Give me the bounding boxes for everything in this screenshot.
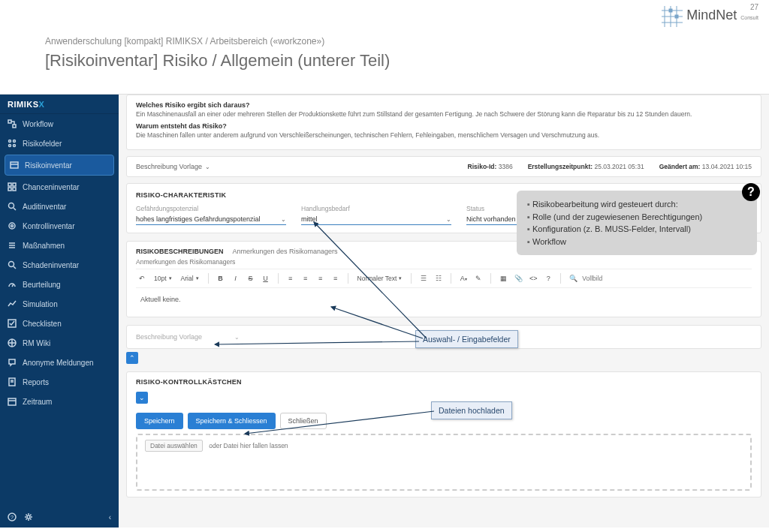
sidebar-item-workflow[interactable]: Workflow [0,114,119,134]
wiki-icon [8,338,17,347]
calendar-icon [8,397,17,406]
svg-rect-19 [13,188,16,191]
underline-button[interactable]: U [260,272,272,284]
slide-header: Anwenderschulung [kompakt] RIMIKSX / Arb… [45,36,390,71]
field-gefaehrdung: Gefährdungspotenzial hohes langfristiges… [136,205,286,225]
sidebar-item-massnahmen[interactable]: Maßnahmen [0,236,119,255]
svg-point-13 [14,145,16,147]
strike-button[interactable]: S [245,272,257,284]
code-button[interactable]: <> [527,272,539,284]
sidebar-item-chanceninventar[interactable]: Chanceninventar [0,177,119,197]
sidebar-item-risikofelder[interactable]: Risikofelder [0,134,119,153]
svg-rect-35 [8,398,16,405]
sidebar-item-simulation[interactable]: Simulation [0,294,119,314]
sidebar: RIMIKSX Workflow Risikofelder Risikoinve… [0,95,119,527]
list-ul-button[interactable]: ☰ [418,272,430,284]
gauge-icon [8,280,17,289]
sidebar-item-rmwiki[interactable]: RM Wiki [0,333,119,353]
svg-point-23 [11,225,14,227]
svg-rect-14 [11,162,18,168]
search-icon[interactable]: 🔍 [567,272,579,284]
file-picker-button[interactable]: Datei auswählen [145,440,203,452]
collapse-toggle-2[interactable]: ⌄ [136,392,148,404]
answer-1: Ein Maschinenausfall an einer oder mehre… [136,110,752,118]
image-button[interactable]: ▦ [497,272,509,284]
chart-icon [8,299,17,308]
collapse-sidebar-icon[interactable]: ‹ [109,513,111,521]
breadcrumb: Anwenderschulung [kompakt] RIMIKSX / Arb… [45,36,390,47]
clear-button[interactable]: ✎ [472,272,484,284]
main-content: Welches Risiko ergibt sich daraus? Ein M… [119,95,769,527]
help-button[interactable]: ? [542,272,554,284]
sidebar-item-anonym[interactable]: Anonyme Meldungen [0,353,119,372]
grid-icon [8,139,17,148]
svg-text:?: ? [11,515,14,520]
svg-point-12 [9,145,11,147]
align-center-button[interactable]: ≡ [300,272,312,284]
collapse-toggle[interactable]: ⌃ [126,352,138,364]
sidebar-item-checklisten[interactable]: Checklisten [0,314,119,333]
meta-row: Beschreibung Vorlage ⌄ Risiko-Id: 3386 E… [126,156,761,177]
bold-button[interactable]: B [215,272,227,284]
help-icon[interactable]: ? [8,512,17,521]
annotation-upload: Dateien hochladen [431,401,512,419]
undo-button[interactable]: ↶ [136,272,148,284]
audit-icon [8,202,17,211]
inventory-icon [10,161,19,170]
page-title: [Risikoinventar] Risiko / Allgemein (unt… [45,51,390,71]
select-handlungsbedarf[interactable]: mittel⌄ [301,214,451,225]
question-2: Warum entsteht das Risiko? [136,122,752,130]
editor-body[interactable]: Aktuell keine. [136,288,752,311]
sidebar-item-kontrollinventar[interactable]: Kontrollinventar [0,216,119,236]
risk-description-card: Welches Risiko ergibt sich daraus? Ein M… [126,95,761,150]
svg-point-39 [27,515,30,518]
align-right-button[interactable]: ≡ [315,272,327,284]
sidebar-item-auditinventar[interactable]: Auditinventar [0,197,119,216]
svg-rect-6 [669,9,672,12]
fontsize-select[interactable]: 10pt ▾ [151,274,175,283]
search-icon [8,260,17,269]
chevron-down-icon: ⌄ [205,164,210,170]
attach-button[interactable]: 📎 [512,272,524,284]
close-button[interactable]: Schließen [280,413,327,429]
sidebar-item-risikoinventar[interactable]: Risikoinventar [5,155,114,176]
sidebar-item-zeitraum[interactable]: Zeitraum [0,392,119,411]
align-left-button[interactable]: ≡ [285,272,297,284]
svg-rect-18 [8,188,11,191]
list-icon [8,241,17,250]
message-icon [8,358,17,367]
svg-point-20 [9,203,14,209]
report-icon [8,377,17,386]
select-gefaehrdung[interactable]: hohes langfristiges Gefährdungspotenzial… [136,214,286,225]
save-close-button[interactable]: Speichern & Schliessen [188,413,276,429]
format-select[interactable]: Normaler Text ▾ [354,274,406,283]
workflow-icon [8,119,17,128]
file-dropzone[interactable]: Datei auswählen oder Datei hier fallen l… [136,434,752,491]
svg-rect-17 [13,183,16,186]
gear-icon[interactable] [24,512,33,521]
italic-button[interactable]: I [230,272,242,284]
svg-line-28 [14,266,16,269]
app-logo: RIMIKSX [0,95,119,114]
sidebar-item-reports[interactable]: Reports [0,372,119,392]
answer-2: Die Maschinen fallen unter anderem aufgr… [136,131,752,139]
svg-line-21 [14,208,16,210]
brand-logo: MindNet Consult [662,6,758,29]
textcolor-button[interactable]: A▾ [457,272,469,284]
align-justify-button[interactable]: ≡ [330,272,342,284]
fontfamily-select[interactable]: Arial ▾ [178,274,202,283]
list-ol-button[interactable]: ☷ [433,272,445,284]
svg-point-27 [9,262,14,267]
question-mark-icon: ? [742,183,760,201]
save-button[interactable]: Speichern [136,413,183,429]
target-icon [8,221,17,230]
dropzone-hint: oder Datei hier fallen lassen [209,442,288,449]
field-handlungsbedarf: Handlungsbedarf mittel⌄ [301,205,451,225]
fullscreen-input[interactable] [582,275,620,282]
grid-icon [8,182,17,191]
sidebar-item-beurteilung[interactable]: Beurteilung [0,275,119,294]
svg-rect-16 [8,183,11,186]
template-dropdown[interactable]: Beschreibung Vorlage ⌄ [136,163,210,170]
svg-point-10 [9,140,11,143]
sidebar-item-schadeninventar[interactable]: Schadeninventar [0,255,119,275]
